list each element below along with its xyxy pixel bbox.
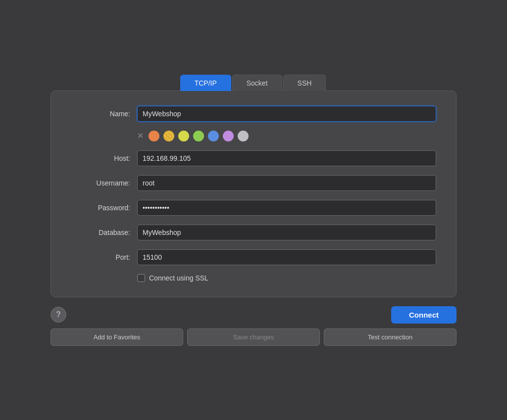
- password-input[interactable]: [137, 200, 436, 216]
- color-row: ✕: [137, 131, 436, 141]
- host-label: Host:: [71, 154, 130, 162]
- color-blue[interactable]: [208, 131, 219, 141]
- help-button[interactable]: ?: [51, 307, 66, 323]
- name-row: Name:: [71, 106, 436, 122]
- tab-bar: TCP/IP Socket SSH: [180, 75, 327, 91]
- color-yellow-orange[interactable]: [163, 131, 174, 141]
- username-input[interactable]: [137, 175, 436, 191]
- name-input[interactable]: [137, 106, 436, 122]
- password-row: Password:: [71, 200, 436, 216]
- username-label: Username:: [71, 179, 130, 187]
- connect-button[interactable]: Connect: [391, 306, 456, 324]
- action-bar: Add to Favorites Save changes Test conne…: [51, 328, 456, 346]
- color-purple[interactable]: [223, 131, 234, 141]
- color-orange[interactable]: [149, 131, 159, 141]
- ssl-checkbox[interactable]: [137, 274, 145, 282]
- ssl-label: Connect using SSL: [149, 274, 208, 282]
- dialog-wrapper: TCP/IP Socket SSH Name: ✕ Host: User: [51, 75, 456, 346]
- database-label: Database:: [71, 229, 130, 236]
- save-changes-button[interactable]: Save changes: [187, 328, 320, 346]
- host-input[interactable]: [137, 150, 436, 166]
- name-label: Name:: [71, 110, 130, 118]
- color-gray[interactable]: [238, 131, 249, 141]
- bottom-bar: ? Connect: [51, 306, 456, 324]
- color-yellow[interactable]: [178, 131, 189, 141]
- port-row: Port:: [71, 249, 436, 265]
- ssl-row: Connect using SSL: [137, 274, 436, 282]
- color-clear-icon[interactable]: ✕: [137, 131, 144, 140]
- database-input[interactable]: [137, 225, 436, 240]
- port-input[interactable]: [137, 249, 436, 265]
- database-row: Database:: [71, 225, 436, 240]
- host-row: Host:: [71, 150, 436, 166]
- main-panel: Name: ✕ Host: Username: Password:: [51, 91, 456, 297]
- username-row: Username:: [71, 175, 436, 191]
- tab-ssh[interactable]: SSH: [283, 75, 326, 91]
- tab-tcpip[interactable]: TCP/IP: [180, 75, 231, 91]
- password-label: Password:: [71, 204, 130, 212]
- add-to-favorites-button[interactable]: Add to Favorites: [51, 328, 183, 346]
- test-connection-button[interactable]: Test connection: [324, 328, 456, 346]
- color-green[interactable]: [193, 131, 204, 141]
- port-label: Port:: [71, 253, 130, 261]
- tab-socket[interactable]: Socket: [232, 75, 282, 91]
